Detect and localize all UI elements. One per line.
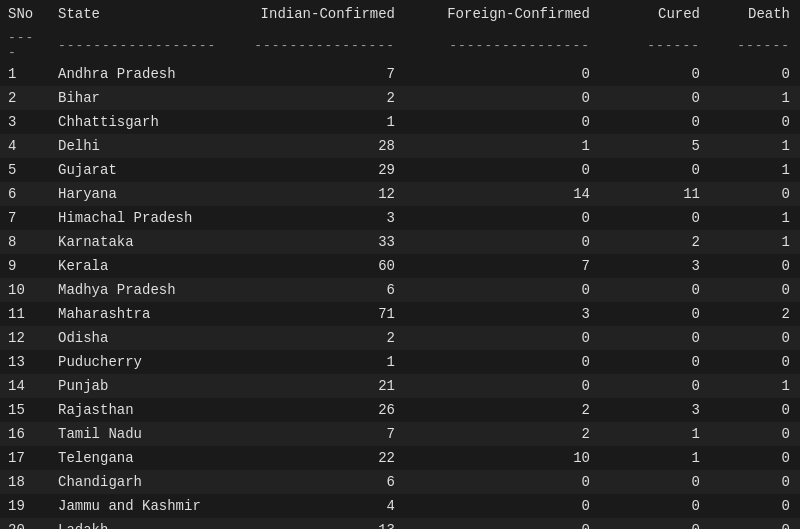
table-row: 8Karnataka33021 (0, 230, 800, 254)
cell-foreign: 0 (435, 230, 630, 254)
cell-foreign: 0 (435, 374, 630, 398)
cell-cured: 0 (630, 326, 720, 350)
cell-sno: 16 (0, 422, 50, 446)
cell-state: Chhattisgarh (50, 110, 240, 134)
cell-foreign: 2 (435, 422, 630, 446)
cell-indian: 13 (240, 518, 435, 529)
cell-foreign: 7 (435, 254, 630, 278)
cell-foreign: 1 (435, 134, 630, 158)
sep-foreign: ---------------- (435, 28, 630, 62)
cell-indian: 22 (240, 446, 435, 470)
cell-state: Rajasthan (50, 398, 240, 422)
cell-state: Delhi (50, 134, 240, 158)
sep-sno: ---- (0, 28, 50, 62)
cell-sno: 10 (0, 278, 50, 302)
cell-foreign: 0 (435, 62, 630, 86)
table-row: 17Telengana221010 (0, 446, 800, 470)
cell-sno: 20 (0, 518, 50, 529)
cell-indian: 1 (240, 350, 435, 374)
cell-death: 1 (720, 374, 800, 398)
cell-cured: 0 (630, 494, 720, 518)
cell-death: 0 (720, 350, 800, 374)
cell-sno: 12 (0, 326, 50, 350)
cell-death: 0 (720, 518, 800, 529)
table-header-row: SNo State Indian-Confirmed Foreign-Confi… (0, 0, 800, 28)
table-row: 12Odisha2000 (0, 326, 800, 350)
table-row: 13Puducherry1000 (0, 350, 800, 374)
cell-cured: 1 (630, 422, 720, 446)
cell-foreign: 3 (435, 302, 630, 326)
cell-indian: 12 (240, 182, 435, 206)
header-indian-confirmed: Indian-Confirmed (240, 0, 435, 28)
table-row: 20Ladakh13000 (0, 518, 800, 529)
cell-death: 0 (720, 494, 800, 518)
cell-indian: 28 (240, 134, 435, 158)
cell-indian: 6 (240, 278, 435, 302)
cell-indian: 3 (240, 206, 435, 230)
cell-foreign: 0 (435, 278, 630, 302)
cell-cured: 0 (630, 86, 720, 110)
cell-sno: 9 (0, 254, 50, 278)
cell-cured: 0 (630, 62, 720, 86)
cell-indian: 1 (240, 110, 435, 134)
table-separator-row: ---- ------------------ ----------------… (0, 28, 800, 62)
cell-cured: 0 (630, 110, 720, 134)
cell-state: Telengana (50, 446, 240, 470)
cell-sno: 7 (0, 206, 50, 230)
cell-indian: 26 (240, 398, 435, 422)
sep-death: ------ (720, 28, 800, 62)
cell-foreign: 0 (435, 158, 630, 182)
cell-indian: 33 (240, 230, 435, 254)
table-row: 6Haryana1214110 (0, 182, 800, 206)
cell-sno: 2 (0, 86, 50, 110)
cell-indian: 7 (240, 422, 435, 446)
cell-sno: 14 (0, 374, 50, 398)
cell-death: 1 (720, 206, 800, 230)
cell-foreign: 0 (435, 206, 630, 230)
cell-sno: 11 (0, 302, 50, 326)
cell-death: 0 (720, 62, 800, 86)
cell-sno: 19 (0, 494, 50, 518)
sep-state: ------------------ (50, 28, 240, 62)
sep-cured: ------ (630, 28, 720, 62)
cell-death: 0 (720, 110, 800, 134)
cell-state: Maharashtra (50, 302, 240, 326)
cell-foreign: 0 (435, 86, 630, 110)
table-row: 16Tamil Nadu7210 (0, 422, 800, 446)
cell-death: 1 (720, 158, 800, 182)
cell-state: Himachal Pradesh (50, 206, 240, 230)
cell-foreign: 0 (435, 326, 630, 350)
cell-sno: 3 (0, 110, 50, 134)
table-row: 7Himachal Pradesh3001 (0, 206, 800, 230)
table-row: 9Kerala60730 (0, 254, 800, 278)
cell-cured: 0 (630, 350, 720, 374)
header-foreign-confirmed: Foreign-Confirmed (435, 0, 630, 28)
cell-death: 1 (720, 134, 800, 158)
cell-indian: 7 (240, 62, 435, 86)
cell-state: Punjab (50, 374, 240, 398)
cell-state: Chandigarh (50, 470, 240, 494)
cell-death: 0 (720, 398, 800, 422)
header-sno: SNo (0, 0, 50, 28)
cell-death: 1 (720, 86, 800, 110)
cell-state: Tamil Nadu (50, 422, 240, 446)
cell-state: Kerala (50, 254, 240, 278)
cell-state: Madhya Pradesh (50, 278, 240, 302)
cell-cured: 2 (630, 230, 720, 254)
cell-death: 0 (720, 422, 800, 446)
cell-cured: 0 (630, 374, 720, 398)
table-row: 19Jammu and Kashmir4000 (0, 494, 800, 518)
cell-death: 0 (720, 278, 800, 302)
cell-death: 0 (720, 254, 800, 278)
table-row: 11Maharashtra71302 (0, 302, 800, 326)
cell-indian: 6 (240, 470, 435, 494)
table-row: 15Rajasthan26230 (0, 398, 800, 422)
cell-cured: 0 (630, 470, 720, 494)
cell-indian: 60 (240, 254, 435, 278)
cell-indian: 4 (240, 494, 435, 518)
table-row: 3Chhattisgarh1000 (0, 110, 800, 134)
cell-death: 0 (720, 446, 800, 470)
cell-cured: 0 (630, 302, 720, 326)
cell-death: 1 (720, 230, 800, 254)
cell-sno: 4 (0, 134, 50, 158)
